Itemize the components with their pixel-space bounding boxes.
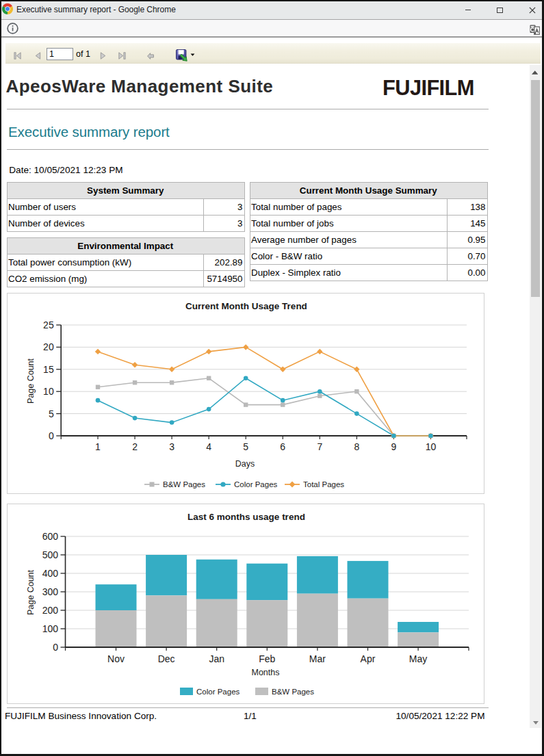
svg-text:Days: Days [235,459,255,469]
svg-text:100: 100 [42,623,59,634]
svg-text:5: 5 [49,408,54,419]
svg-text:600: 600 [42,531,59,542]
svg-text:3: 3 [169,441,174,452]
svg-text:Page Count: Page Count [26,358,36,404]
svg-text:20: 20 [43,341,54,352]
svg-text:8: 8 [354,441,359,452]
svg-text:400: 400 [42,568,59,579]
svg-text:FUJIFILM: FUJIFILM [383,78,474,99]
svg-text:25: 25 [43,320,54,330]
svg-text:9: 9 [391,441,397,452]
svg-text:0: 0 [49,430,54,441]
svg-text:4: 4 [206,441,211,452]
svg-text:Jan: Jan [209,653,224,664]
svg-text:200: 200 [42,605,59,616]
svg-text:Current Month Usage Trend: Current Month Usage Trend [185,301,307,311]
svg-text:6: 6 [280,441,285,452]
svg-text:5: 5 [243,441,248,452]
svg-text:7: 7 [317,441,322,452]
svg-text:1: 1 [95,441,101,452]
svg-text:Mar: Mar [309,653,326,664]
svg-text:Page Count: Page Count [26,569,36,615]
svg-text:Dec: Dec [158,653,175,664]
svg-text:Color Pages: Color Pages [234,480,278,488]
svg-text:10: 10 [426,441,437,452]
svg-text:B&W Pages: B&W Pages [163,480,205,488]
svg-text:500: 500 [42,549,59,560]
svg-text:May: May [409,653,427,664]
svg-text:B&W Pages: B&W Pages [272,688,314,696]
svg-text:15: 15 [43,364,54,375]
svg-text:Color Pages: Color Pages [196,688,240,696]
svg-text:0: 0 [53,642,58,653]
svg-text:2: 2 [132,441,138,452]
svg-text:Months: Months [252,668,280,677]
svg-text:Feb: Feb [259,653,275,664]
svg-text:Total Pages: Total Pages [303,480,344,488]
svg-text:Nov: Nov [107,653,125,664]
svg-text:Last 6 months usage trend: Last 6 months usage trend [187,512,305,522]
svg-text:300: 300 [42,586,59,597]
svg-text:Apr: Apr [361,653,376,664]
svg-text:10: 10 [43,386,54,397]
